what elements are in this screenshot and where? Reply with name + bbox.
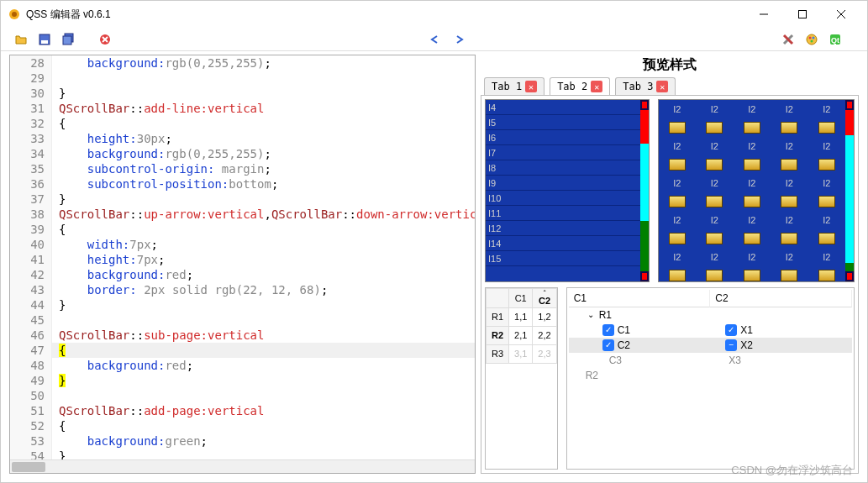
- list-widget[interactable]: I4I5I6I7I8I9I10I11I12I14I15: [485, 99, 650, 282]
- list-item[interactable]: I4: [486, 100, 640, 115]
- icon-grid-widget[interactable]: I2I2I2I2I2I2I2I2I2I2I2I2I2I2I2I2I2I2I2I2…: [658, 99, 855, 282]
- tab-close-icon[interactable]: ✕: [656, 81, 668, 92]
- grid-item-icon[interactable]: [744, 196, 760, 207]
- vertical-scrollbar[interactable]: [845, 100, 854, 281]
- grid-label: I2: [659, 137, 696, 155]
- tree-item[interactable]: C3X3: [569, 353, 852, 368]
- table-row-header[interactable]: R1: [487, 307, 509, 326]
- grid-item-icon[interactable]: [781, 122, 797, 134]
- scroll-up-arrow[interactable]: [640, 100, 649, 110]
- grid-item-icon[interactable]: [706, 233, 723, 244]
- list-item[interactable]: I8: [486, 160, 640, 176]
- list-item[interactable]: I5: [486, 115, 640, 130]
- close-button[interactable]: [822, 1, 860, 28]
- table-row-header[interactable]: R3: [487, 344, 509, 363]
- tools-button[interactable]: [778, 29, 798, 50]
- tab-close-icon[interactable]: ✕: [525, 81, 537, 92]
- vertical-scrollbar[interactable]: [640, 100, 649, 281]
- scroll-down-arrow[interactable]: [640, 271, 649, 281]
- grid-label: I2: [696, 174, 733, 192]
- list-item[interactable]: I9: [486, 176, 640, 191]
- qt-button[interactable]: Qt: [825, 29, 845, 50]
- grid-item-icon[interactable]: [781, 159, 797, 171]
- tree-header-c2[interactable]: C2: [710, 290, 852, 307]
- grid-label: I2: [734, 211, 771, 229]
- list-item[interactable]: I15: [486, 251, 640, 266]
- code-editor[interactable]: 28 background:rgb(0,255,255);2930}31QScr…: [9, 55, 476, 474]
- minimize-button[interactable]: [744, 1, 783, 28]
- list-item[interactable]: I6: [486, 130, 640, 145]
- checkbox[interactable]: ✓: [725, 324, 737, 336]
- scroll-up-arrow[interactable]: [845, 100, 854, 110]
- grid-item-icon[interactable]: [669, 122, 686, 134]
- close-file-button[interactable]: [95, 29, 115, 50]
- grid-item-icon[interactable]: [706, 270, 723, 281]
- tree-item[interactable]: ✓C1✓X1: [569, 323, 852, 338]
- preview-tab[interactable]: Tab 1✕: [484, 77, 544, 95]
- grid-item-icon[interactable]: [744, 233, 760, 244]
- grid-item-icon[interactable]: [706, 122, 723, 134]
- grid-item-icon[interactable]: [818, 233, 835, 244]
- grid-item-icon[interactable]: [744, 122, 760, 134]
- preview-tab[interactable]: Tab 2✕: [550, 77, 610, 95]
- table-cell[interactable]: 3,1: [509, 344, 533, 363]
- open-button[interactable]: [11, 29, 31, 50]
- grid-item-icon[interactable]: [818, 196, 835, 207]
- grid-item-icon[interactable]: [669, 159, 686, 171]
- grid-label: I2: [696, 100, 733, 118]
- tree-widget[interactable]: C1 C2 ⌄R1✓C1✓X1✓C2−X2C3X3R2: [566, 287, 855, 470]
- list-item[interactable]: I7: [486, 145, 640, 160]
- grid-item-icon[interactable]: [669, 233, 686, 244]
- table-cell[interactable]: 2,1: [509, 326, 533, 344]
- svg-point-18: [811, 39, 813, 42]
- grid-item-icon[interactable]: [781, 270, 797, 281]
- table-cell[interactable]: 2,2: [533, 326, 556, 344]
- table-cell[interactable]: 1,1: [509, 307, 533, 326]
- palette-button[interactable]: [802, 29, 822, 50]
- grid-label: I2: [808, 211, 845, 229]
- checkbox[interactable]: −: [725, 339, 737, 351]
- scroll-add-page[interactable]: [845, 263, 854, 271]
- checkbox[interactable]: ✓: [602, 324, 614, 336]
- list-item[interactable]: I14: [486, 236, 640, 251]
- grid-item-icon[interactable]: [706, 159, 723, 171]
- scroll-sub-page[interactable]: [640, 110, 649, 144]
- grid-item-icon[interactable]: [818, 122, 835, 134]
- scroll-down-arrow[interactable]: [845, 271, 854, 281]
- grid-item-icon[interactable]: [818, 159, 835, 171]
- grid-item-icon[interactable]: [744, 270, 760, 281]
- horizontal-scrollbar[interactable]: [10, 459, 475, 473]
- grid-item-icon[interactable]: [744, 159, 760, 171]
- svg-text:Qt: Qt: [831, 36, 839, 45]
- grid-item-icon[interactable]: [669, 270, 686, 281]
- table-header[interactable]: C1: [509, 288, 533, 307]
- maximize-button[interactable]: [783, 1, 822, 28]
- checkbox[interactable]: ✓: [602, 339, 614, 351]
- grid-item-icon[interactable]: [706, 196, 723, 207]
- scroll-add-page[interactable]: [640, 221, 649, 271]
- tree-header-c1[interactable]: C1: [569, 290, 711, 307]
- preview-tab[interactable]: Tab 3✕: [615, 77, 676, 95]
- grid-item-icon[interactable]: [669, 196, 686, 207]
- tab-close-icon[interactable]: ✕: [591, 81, 602, 92]
- list-item[interactable]: I11: [486, 206, 640, 221]
- grid-item-icon[interactable]: [818, 270, 835, 281]
- list-item[interactable]: I10: [486, 191, 640, 206]
- table-cell[interactable]: 1,2: [533, 307, 556, 326]
- grid-label: I2: [659, 100, 696, 118]
- table-row-header[interactable]: R2: [487, 326, 509, 344]
- redo-button[interactable]: [449, 29, 469, 50]
- save-button[interactable]: [34, 29, 55, 50]
- tree-item[interactable]: ✓C2−X2: [569, 338, 852, 353]
- grid-item-icon[interactable]: [781, 233, 797, 244]
- grid-item-icon[interactable]: [781, 196, 797, 207]
- save-all-button[interactable]: [58, 29, 78, 50]
- svg-rect-9: [63, 36, 71, 45]
- table-header[interactable]: ˆC2: [533, 288, 556, 307]
- undo-button[interactable]: [425, 29, 445, 50]
- tree-expander[interactable]: ⌄: [586, 310, 596, 319]
- scroll-sub-page[interactable]: [845, 110, 854, 135]
- list-item[interactable]: I12: [486, 221, 640, 236]
- table-widget[interactable]: C1ˆC2R11,11,2R22,12,2R33,12,3: [485, 287, 558, 470]
- table-cell[interactable]: 2,3: [533, 344, 556, 363]
